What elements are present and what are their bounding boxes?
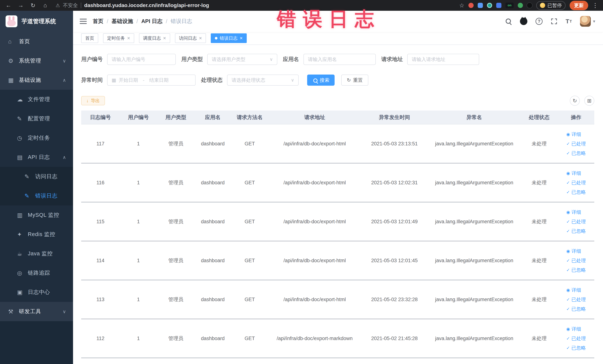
detail-link[interactable]: ◉详细 bbox=[566, 287, 581, 293]
sidebar-item-file-management[interactable]: ☁ 文件管理 bbox=[0, 90, 73, 109]
detail-link[interactable]: ◉详细 bbox=[566, 131, 581, 138]
user-avatar[interactable]: ▾ bbox=[580, 16, 595, 27]
search-button[interactable]: 搜索 bbox=[307, 75, 335, 86]
ignored-link[interactable]: ✓已忽略 bbox=[566, 267, 586, 273]
tab-error-log[interactable]: 错误日志 × bbox=[211, 33, 247, 43]
tab-close-icon[interactable]: × bbox=[163, 36, 166, 41]
github-icon[interactable] bbox=[520, 18, 527, 25]
user-id-input[interactable] bbox=[107, 54, 176, 65]
sidebar-item-api-log[interactable]: ▤ API 日志 ∧ bbox=[0, 148, 73, 167]
column-settings-button[interactable]: ⊞ bbox=[584, 96, 594, 106]
cell-request-url: /api/infra/db-doc/export-markdown bbox=[268, 319, 361, 358]
breadcrumb-home[interactable]: 首页 bbox=[93, 18, 104, 25]
ignored-link[interactable]: ✓已忽略 bbox=[566, 150, 586, 156]
detail-link[interactable]: ◉详细 bbox=[566, 170, 581, 176]
tab-dispatch-log[interactable]: 调度日志 × bbox=[139, 33, 170, 43]
processed-link[interactable]: ✓已处理 bbox=[566, 296, 586, 303]
tab-close-icon[interactable]: × bbox=[240, 36, 243, 41]
gear-icon: ⚙ bbox=[8, 58, 19, 64]
tab-close-icon[interactable]: × bbox=[199, 36, 202, 41]
app-logo: 芋道管理系统 bbox=[0, 11, 73, 32]
detail-link[interactable]: ◉详细 bbox=[566, 248, 581, 254]
tab-home[interactable]: 首页 bbox=[81, 33, 98, 43]
address-bar[interactable]: ⚠ 不安全 dashboard.yudao.iocoder.cn/infra/l… bbox=[56, 2, 454, 9]
document-icon: ✎ bbox=[24, 173, 35, 180]
column-header-process-status: 处理状态 bbox=[520, 110, 558, 124]
sidebar-item-scheduled-tasks[interactable]: ◷ 定时任务 bbox=[0, 128, 73, 148]
help-icon[interactable]: ? bbox=[535, 18, 543, 25]
app-name-input[interactable] bbox=[303, 54, 376, 65]
browser-extension-icon[interactable] bbox=[527, 3, 532, 8]
sidebar-item-access-log[interactable]: ✎ 访问日志 bbox=[0, 167, 73, 186]
browser-extension-icon[interactable] bbox=[496, 3, 501, 8]
cell-method: GET bbox=[231, 202, 268, 241]
sidebar-item-infrastructure[interactable]: ▦ 基础设施 ∧ bbox=[0, 70, 73, 90]
browser-menu-icon[interactable]: ⋮ bbox=[592, 2, 598, 9]
screen: ← → ↻ ⌂ ⚠ 不安全 dashboard.yudao.iocoder.cn… bbox=[0, 0, 603, 364]
sidebar-item-mysql-monitor[interactable]: ▥ MySQL 监控 bbox=[0, 205, 73, 225]
cell-request-url: /api/infra/db-doc/export-html bbox=[268, 202, 361, 241]
process-status-select[interactable]: 请选择处理状态 ∨ bbox=[227, 75, 299, 86]
ignored-link[interactable]: ✓已忽略 bbox=[566, 306, 586, 312]
fullscreen-icon[interactable] bbox=[551, 18, 557, 25]
cell-log-id: 117 bbox=[81, 124, 120, 163]
exception-time-range-picker[interactable]: ▦ 开始日期 - 结束日期 bbox=[107, 75, 196, 86]
search-icon[interactable] bbox=[505, 18, 512, 25]
breadcrumb-api-log[interactable]: API 日志 bbox=[141, 18, 162, 25]
tab-label: 调度日志 bbox=[143, 35, 161, 41]
reload-icon[interactable]: ↻ bbox=[29, 2, 37, 9]
browser-extension-icon[interactable] bbox=[518, 3, 523, 8]
request-url-input[interactable] bbox=[407, 54, 479, 65]
processed-link[interactable]: ✓已处理 bbox=[566, 179, 586, 186]
tab-close-icon[interactable]: × bbox=[127, 36, 130, 41]
processed-link[interactable]: ✓已处理 bbox=[566, 257, 586, 264]
sidebar-item-label: 日志中心 bbox=[28, 289, 50, 296]
sidebar-item-label: 错误日志 bbox=[35, 192, 58, 200]
back-icon[interactable]: ← bbox=[5, 2, 12, 9]
bookmark-star-icon[interactable]: ☆ bbox=[459, 2, 464, 9]
sidebar-item-config-management[interactable]: ✎ 配置管理 bbox=[0, 109, 73, 128]
browser-update-button[interactable]: 更新 bbox=[570, 1, 588, 10]
ignored-link[interactable]: ✓已忽略 bbox=[566, 189, 586, 195]
user-type-select[interactable]: 请选择用户类型 ∨ bbox=[207, 54, 277, 65]
export-button[interactable]: ↓ 导出 bbox=[81, 96, 105, 105]
tab-scheduled-tasks[interactable]: 定时任务 × bbox=[103, 33, 134, 43]
sidebar-item-redis-monitor[interactable]: ✦ Redis 监控 bbox=[0, 225, 73, 244]
chevron-down-icon: ∨ bbox=[269, 57, 273, 62]
processed-link[interactable]: ✓已处理 bbox=[566, 335, 586, 342]
table-header-row: 日志编号 用户编号 用户类型 应用名 请求方法名 请求地址 异常发生时间 异常名… bbox=[81, 110, 594, 124]
sidebar-item-home[interactable]: ⌂ 首页 bbox=[0, 32, 73, 51]
tab-access-log[interactable]: 访问日志 × bbox=[175, 33, 206, 43]
profile-paused-chip[interactable]: 已暂停 bbox=[536, 1, 566, 10]
browser-extension-icon[interactable] bbox=[478, 3, 483, 8]
detail-link[interactable]: ◉详细 bbox=[566, 326, 581, 332]
sidebar-toggle-button[interactable] bbox=[80, 19, 87, 24]
processed-link[interactable]: ✓已处理 bbox=[566, 141, 586, 147]
sidebar-item-system-management[interactable]: ⚙ 系统管理 ∨ bbox=[0, 51, 73, 70]
processed-link[interactable]: ✓已处理 bbox=[566, 218, 586, 225]
sidebar-item-link-tracing[interactable]: ◎ 链路追踪 bbox=[0, 263, 73, 282]
cell-app-name: dashboard bbox=[195, 124, 231, 163]
cell-actions: ◉详细 ✓已处理 ✓已忽略 bbox=[558, 124, 594, 163]
reset-button[interactable]: ↻ 重置 bbox=[341, 75, 368, 86]
filter-process-status: 处理状态 请选择处理状态 ∨ bbox=[201, 75, 299, 86]
sidebar-item-java-monitor[interactable]: ☕ Java 监控 bbox=[0, 244, 73, 263]
sidebar-item-dev-tools[interactable]: ⚒ 研发工具 ∨ bbox=[0, 302, 73, 321]
cell-exception-time: 2021-05-02 23:32:28 bbox=[361, 280, 428, 319]
tools-icon: ⚒ bbox=[8, 308, 19, 315]
cell-user-id: 1 bbox=[120, 241, 157, 280]
font-size-icon[interactable]: TT bbox=[566, 18, 572, 25]
browser-extension-icon[interactable] bbox=[468, 3, 474, 8]
detail-link[interactable]: ◉详细 bbox=[566, 209, 581, 215]
cell-user-type: 管理员 bbox=[157, 163, 195, 202]
browser-extension-icon[interactable] bbox=[487, 3, 492, 8]
ignored-link[interactable]: ✓已忽略 bbox=[566, 228, 586, 234]
refresh-button[interactable]: ↻ bbox=[570, 96, 580, 106]
browser-extension-icon[interactable]: on bbox=[506, 3, 514, 8]
sidebar-item-log-center[interactable]: ▣ 日志中心 bbox=[0, 282, 73, 302]
browser-home-icon[interactable]: ⌂ bbox=[42, 2, 49, 9]
sidebar-item-error-log[interactable]: ✎ 错误日志 bbox=[0, 186, 73, 205]
breadcrumb-infrastructure[interactable]: 基础设施 bbox=[112, 18, 133, 25]
ignored-link[interactable]: ✓已忽略 bbox=[566, 345, 586, 351]
forward-icon[interactable]: → bbox=[17, 2, 24, 9]
